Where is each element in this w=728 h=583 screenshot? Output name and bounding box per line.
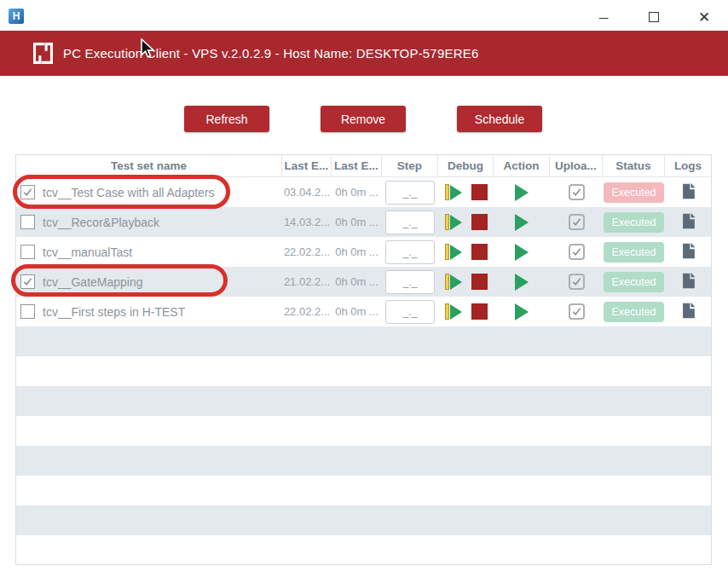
debug-triangle-glyph	[450, 274, 462, 290]
upload-checkbox[interactable]	[569, 214, 585, 230]
header-last-executed: Last E...	[282, 155, 332, 176]
status-cell: Executed	[603, 242, 665, 263]
row-select-checkbox[interactable]	[20, 215, 35, 229]
debug-play-icon[interactable]	[445, 274, 462, 290]
last-executed-cell: 22.02.2...	[282, 305, 332, 318]
empty-table-row	[16, 505, 711, 535]
execution-duration-cell: 0h 0m ...	[332, 275, 382, 288]
status-cell: Executed	[603, 212, 665, 233]
debug-play-icon[interactable]	[445, 244, 462, 260]
stop-icon[interactable]	[471, 184, 488, 200]
schedule-button[interactable]: Schedule	[457, 106, 542, 132]
debug-cell	[438, 244, 494, 260]
debug-bar-glyph	[445, 184, 449, 200]
last-executed-cell: 22.02.2...	[282, 245, 332, 258]
last-executed-value: 22.02.2...	[284, 245, 330, 258]
header-logs: Logs	[665, 155, 711, 176]
last-executed-value: 21.02.2...	[284, 275, 330, 288]
table-row: tcv__Test Case with all Adapters03.04.2.…	[16, 177, 711, 207]
table-row: tcv__manualTast22.02.2...0h 0m ...Execut…	[16, 237, 711, 267]
execution-duration-cell: 0h 0m ...	[332, 186, 382, 199]
logs-cell	[665, 271, 711, 293]
row-select-checkbox[interactable]	[20, 304, 35, 319]
test-set-name-label: tcv__GateMapping	[43, 275, 143, 289]
last-executed-value: 22.02.2...	[284, 305, 330, 318]
upload-checkbox[interactable]	[569, 244, 585, 260]
step-input[interactable]	[385, 211, 435, 234]
execution-duration-value: 0h 0m ...	[335, 186, 378, 199]
upload-cell	[550, 184, 603, 200]
upload-cell	[550, 244, 603, 260]
run-play-icon[interactable]	[515, 214, 529, 231]
last-executed-cell: 03.04.2...	[282, 186, 332, 199]
logs-document-icon[interactable]	[680, 241, 696, 263]
logs-cell	[665, 301, 711, 323]
refresh-button[interactable]: Refresh	[184, 106, 269, 132]
upload-checkbox[interactable]	[569, 184, 585, 200]
empty-table-row	[16, 446, 711, 476]
logs-document-icon[interactable]	[680, 301, 696, 323]
stop-icon[interactable]	[471, 303, 488, 320]
logs-document-icon[interactable]	[680, 182, 696, 204]
execution-duration-value: 0h 0m ...	[335, 305, 378, 318]
run-play-icon[interactable]	[515, 184, 529, 201]
header-last-execution-time: Last E...	[332, 155, 382, 176]
table-body: tcv__Test Case with all Adapters03.04.2.…	[16, 177, 711, 565]
step-input[interactable]	[385, 240, 435, 264]
row-select-checkbox[interactable]	[20, 185, 35, 199]
action-cell	[494, 274, 550, 291]
test-set-name-label: tcv__manualTast	[43, 245, 132, 259]
logs-document-icon[interactable]	[680, 271, 696, 293]
debug-play-icon[interactable]	[445, 214, 462, 230]
empty-table-row	[16, 356, 711, 386]
test-set-name-label: tcv__Test Case with all Adapters	[43, 186, 215, 199]
debug-play-icon[interactable]	[445, 184, 462, 200]
status-badge: Executed	[604, 212, 663, 233]
minimize-button[interactable]: ─	[591, 7, 616, 27]
logs-cell	[665, 241, 711, 263]
execution-duration-cell: 0h 0m ...	[332, 305, 382, 318]
remove-button[interactable]: Remove	[321, 106, 406, 132]
row-select-checkbox[interactable]	[20, 274, 35, 289]
upload-cell	[550, 303, 603, 320]
maximize-button[interactable]	[641, 7, 667, 27]
status-cell: Executed	[603, 302, 665, 322]
header-debug: Debug	[438, 155, 494, 176]
empty-table-row	[16, 416, 711, 446]
mouse-cursor	[137, 38, 158, 61]
maximize-icon	[649, 12, 659, 22]
step-input[interactable]	[385, 181, 435, 205]
upload-checkbox[interactable]	[569, 274, 585, 290]
app-header: PC Execution Client - VPS v.2.0.2.9 - Ho…	[0, 31, 728, 76]
execution-duration-value: 0h 0m ...	[335, 275, 378, 288]
close-button[interactable]: ✕	[691, 7, 717, 27]
action-cell	[494, 244, 550, 261]
debug-cell	[438, 274, 494, 290]
execution-duration-value: 0h 0m ...	[335, 216, 378, 228]
test-set-name-label: tcv__Recor&Playback	[43, 216, 159, 229]
header-step: Step	[382, 155, 438, 176]
last-executed-value: 14.03.2...	[284, 216, 330, 228]
test-set-name-label: tcv__First steps in H-TEST	[43, 305, 185, 319]
debug-triangle-glyph	[450, 245, 462, 260]
run-play-icon[interactable]	[515, 274, 529, 291]
run-play-icon[interactable]	[515, 303, 529, 320]
logs-document-icon[interactable]	[680, 211, 696, 234]
run-play-icon[interactable]	[515, 244, 529, 261]
test-set-name-cell: tcv__manualTast	[16, 245, 282, 259]
step-cell	[382, 240, 438, 264]
stop-icon[interactable]	[471, 244, 488, 260]
row-select-checkbox[interactable]	[20, 245, 35, 259]
stop-icon[interactable]	[471, 274, 488, 290]
debug-play-icon[interactable]	[445, 303, 462, 320]
step-input[interactable]	[385, 270, 435, 294]
test-set-name-cell: tcv__Recor&Playback	[16, 215, 282, 229]
status-badge: Executed	[604, 182, 663, 203]
execution-duration-value: 0h 0m ...	[335, 245, 378, 258]
upload-checkbox[interactable]	[569, 303, 585, 320]
debug-triangle-glyph	[450, 215, 462, 230]
stop-icon[interactable]	[471, 214, 488, 230]
step-input[interactable]	[385, 300, 435, 324]
step-cell	[382, 270, 438, 294]
debug-bar-glyph	[445, 274, 449, 290]
